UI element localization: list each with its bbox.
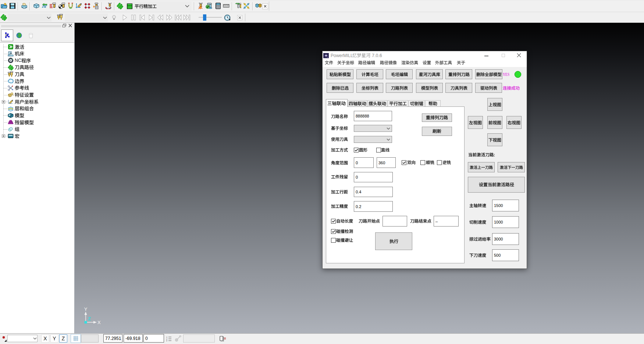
svg-text:X: X xyxy=(97,320,101,325)
svg-text:Y: Y xyxy=(84,306,88,312)
svg-text:z: z xyxy=(166,340,167,341)
svg-text:Z: Z xyxy=(88,316,91,322)
